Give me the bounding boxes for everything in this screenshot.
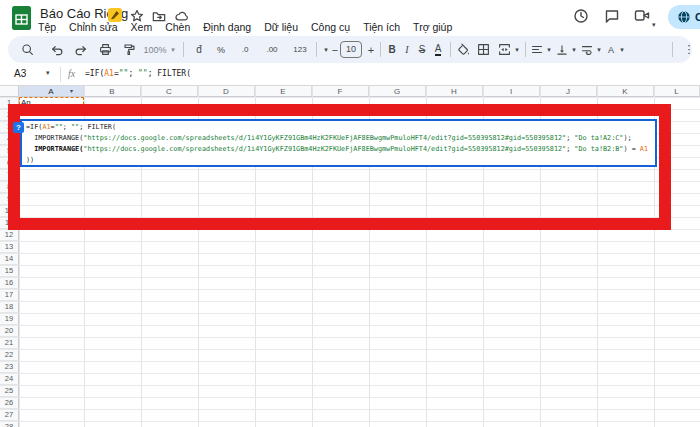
more-formats-button[interactable]: 123 [288,36,312,63]
column-header-H[interactable]: H [426,86,483,97]
menu-item[interactable]: Chỉnh sửa [69,21,117,34]
select-all-corner[interactable] [0,86,19,97]
menu-item[interactable]: Chèn [165,21,190,34]
version-history-icon[interactable] [573,8,587,22]
merge-dropdown-icon[interactable]: ▾ [512,36,522,63]
column-header-E[interactable]: E [255,86,312,97]
menu-item[interactable]: Xem [131,21,153,34]
row-header-21[interactable]: 21 [0,337,19,349]
italic-button[interactable]: I [400,36,414,63]
google-sheets-window: Báo Cáo Riêng TệpChỉnh sửaXemChènĐịnh dạ… [0,0,700,427]
format-percent-button[interactable]: % [212,36,230,63]
row-header-25[interactable]: 25 [0,385,19,397]
formula-input[interactable]: =IF(A1=""; ""; FILTER( [85,69,191,78]
comments-icon[interactable] [604,8,618,22]
column-header-A[interactable]: A [19,86,84,97]
toolbar: 100% ▾ đ % .0 .00 123 ▾ − 10 + B I S A ▾… [8,36,692,63]
vertical-align-icon[interactable] [554,36,570,63]
editor-formula-line: )) [26,155,655,166]
row-header-17[interactable]: 17 [0,289,19,301]
formula-help-icon[interactable]: ? [13,122,24,133]
row-header-22[interactable]: 22 [0,349,19,361]
text-wrap-icon[interactable] [579,36,595,63]
print-icon[interactable] [94,36,116,63]
editor-formula-line: =IF(A1=""; ""; FILTER( [26,122,655,133]
row-header-16[interactable]: 16 [0,277,19,289]
row-header-14[interactable]: 14 [0,253,19,265]
menu-item[interactable]: Dữ liệu [264,21,298,34]
merge-cells-icon[interactable] [495,36,513,63]
search-menus-icon[interactable] [16,36,38,63]
zoom-dropdown-icon[interactable]: ▾ [168,36,178,63]
vertical-align-dropdown-icon[interactable]: ▾ [569,36,579,63]
increase-decimals-button[interactable]: .00 [260,36,284,63]
increase-font-size-button[interactable]: + [364,36,378,63]
share-button-label: C [695,11,700,23]
row-header-20[interactable]: 20 [0,325,19,337]
share-button[interactable]: C [668,5,700,29]
editor-formula-line: IMPORTRANGE("https://docs.google.com/spr… [26,133,655,144]
undo-icon[interactable] [46,36,68,63]
column-header-D[interactable]: D [198,86,255,97]
menu-item[interactable]: Trợ giúp [413,21,452,34]
strikethrough-button[interactable]: S [414,36,430,63]
menu-item[interactable]: Tiện ích [363,21,400,34]
column-a-dropdown-icon[interactable]: ▾ [70,87,73,94]
borders-icon[interactable] [474,36,492,63]
column-header-L[interactable]: L [654,86,700,97]
column-header-G[interactable]: G [369,86,426,97]
decrease-decimals-button[interactable]: .0 [234,36,256,63]
column-header-B[interactable]: B [84,86,141,97]
globe-icon [677,10,691,24]
formula-bar: A3 ▾ fx =IF(A1=""; ""; FILTER( [0,63,700,86]
menu-item[interactable]: Tệp [38,21,56,34]
fill-color-icon[interactable] [454,36,472,63]
more-toolbar-icon[interactable]: ⋮ [680,36,698,63]
column-header-K[interactable]: K [597,86,654,97]
horizontal-align-icon[interactable] [529,36,545,63]
menu-item[interactable]: Định dạng [203,21,251,34]
text-rotation-dropdown-icon[interactable]: ▾ [617,36,627,63]
zoom-select[interactable]: 100% [140,36,170,63]
video-call-icon[interactable] [634,9,648,23]
row-header-19[interactable]: 19 [0,313,19,325]
sheets-logo-icon[interactable] [11,5,32,31]
bold-button[interactable]: B [384,36,400,63]
menu-item[interactable]: Công cụ [311,21,350,34]
row-header-27[interactable]: 27 [0,409,19,421]
column-header-F[interactable]: F [312,86,369,97]
name-box[interactable]: A3 [14,68,26,79]
fx-icon: fx [68,68,75,79]
menu-bar: TệpChỉnh sửaXemChènĐịnh dạngDữ liệuCông … [38,21,452,34]
text-color-button[interactable]: A [429,36,447,63]
text-rotation-icon[interactable]: A [604,36,618,63]
paint-format-icon[interactable] [118,36,140,63]
row-header-15[interactable]: 15 [0,265,19,277]
column-header-C[interactable]: C [141,86,198,97]
column-header-J[interactable]: J [540,86,597,97]
top-bar: Báo Cáo Riêng TệpChỉnh sửaXemChènĐịnh dạ… [0,0,700,34]
row-header-12[interactable]: 12 [0,229,19,241]
video-call-dropdown-icon[interactable]: ▾ [652,13,660,27]
name-box-dropdown-icon[interactable]: ▾ [46,69,50,77]
font-size-input[interactable]: 10 [340,41,362,58]
row-header-18[interactable]: 18 [0,301,19,313]
editor-formula-line: IMPORTRANGE("https://docs.google.com/spr… [26,144,655,155]
row-header-23[interactable]: 23 [0,361,19,373]
row-header-13[interactable]: 13 [0,241,19,253]
column-header-I[interactable]: I [483,86,540,97]
row-header-26[interactable]: 26 [0,397,19,409]
format-currency-button[interactable]: đ [190,36,208,63]
label-badge-icon [108,8,122,22]
text-wrap-dropdown-icon[interactable]: ▾ [594,36,604,63]
cell-editor[interactable]: ? =IF(A1=""; ""; FILTER( IMPORTRANGE("ht… [20,119,657,167]
redo-icon[interactable] [70,36,92,63]
row-header-24[interactable]: 24 [0,373,19,385]
horizontal-align-dropdown-icon[interactable]: ▾ [544,36,554,63]
